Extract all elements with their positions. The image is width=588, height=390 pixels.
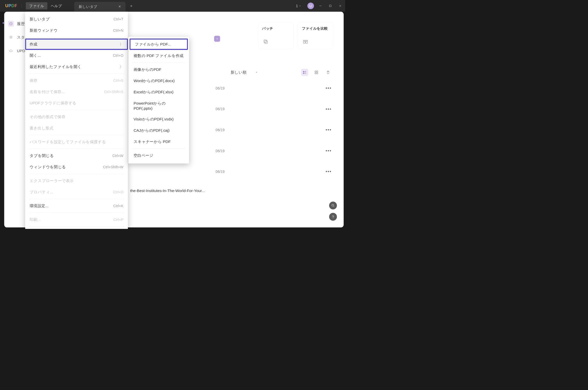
- clock-icon: [8, 21, 14, 27]
- sidebar-item-label: 履歴: [17, 21, 25, 26]
- sidebar-item-cloud[interactable]: UPD: [8, 48, 25, 54]
- submenu-blank[interactable]: 空白ページ: [128, 150, 189, 161]
- submenu-from-word[interactable]: WordからのPDF(.docx): [128, 75, 189, 86]
- cloud-icon: [8, 48, 14, 54]
- tab-new[interactable]: 新しいタブ ✕: [74, 2, 126, 12]
- sidebar-item-label: スタ: [17, 35, 25, 40]
- file-row[interactable]: 06/19 •••: [130, 165, 333, 178]
- divider: [21, 4, 22, 8]
- separator: [29, 149, 124, 149]
- separator: [29, 74, 124, 74]
- separator: [29, 199, 124, 199]
- more-icon[interactable]: •••: [326, 127, 332, 132]
- search-button[interactable]: [329, 202, 337, 209]
- menu-quit[interactable]: UPDFを終了Ctrl+Q: [25, 228, 128, 229]
- help-icon: ?: [332, 215, 334, 219]
- card-batch[interactable]: バッチ: [258, 22, 293, 49]
- action-cards: バッチ ファイルを比較: [258, 22, 333, 49]
- submenu-from-excel[interactable]: ExcelからのPDF(.xlsx): [128, 86, 189, 98]
- svg-rect-13: [303, 71, 304, 72]
- caret-down-icon: [255, 71, 257, 73]
- tab-label: 新しいタブ: [79, 4, 97, 9]
- separator: [132, 149, 185, 149]
- close-icon[interactable]: ✕: [118, 5, 121, 8]
- menu-save-as: 名前を付けて保存...Ctrl+Shift+S: [25, 86, 128, 97]
- separator: [29, 174, 124, 174]
- view-list-button[interactable]: [301, 69, 308, 76]
- submenu-from-scanner[interactable]: スキャナーから PDF: [128, 136, 189, 147]
- help-button[interactable]: ?: [329, 213, 337, 221]
- card-compare[interactable]: ファイルを比較: [298, 22, 333, 49]
- app-logo: UPDF: [5, 4, 17, 8]
- menu-create[interactable]: 作成 〉: [25, 39, 128, 50]
- svg-rect-17: [305, 73, 306, 73]
- menu-new-tab[interactable]: 新しいタブCtrl+T: [25, 14, 128, 25]
- window-count[interactable]: 1: [296, 4, 301, 8]
- file-menu-dropdown: 新しいタブCtrl+T 新規ウィンドウCtrl+N 作成 〉 開く...Ctrl…: [25, 12, 128, 229]
- maximize-button[interactable]: [327, 2, 334, 9]
- chevron-right-icon: 〉: [120, 64, 123, 70]
- sort-dropdown[interactable]: 新しい順: [231, 70, 258, 75]
- svg-rect-6: [265, 41, 268, 44]
- menu-close-window[interactable]: ウィンドウを閉じるCtrl+Shift+W: [25, 161, 128, 173]
- submenu-from-ppt[interactable]: PowerPointからのPDF(.pptx): [128, 98, 189, 114]
- more-icon[interactable]: •••: [326, 148, 332, 153]
- delete-button[interactable]: [324, 69, 332, 76]
- submenu-from-file[interactable]: ファイルから PDF...: [130, 39, 188, 50]
- svg-line-24: [333, 206, 334, 207]
- view-grid-button[interactable]: [313, 69, 320, 76]
- separator: [132, 63, 185, 63]
- close-button[interactable]: [337, 2, 344, 9]
- avatar[interactable]: U: [307, 3, 314, 9]
- svg-rect-21: [315, 73, 316, 74]
- more-icon[interactable]: •••: [326, 86, 332, 91]
- chevron-down-icon: [299, 5, 301, 7]
- minimize-button[interactable]: [317, 2, 324, 9]
- menu-close-tab[interactable]: タブを閉じるCtrl+W: [25, 150, 128, 161]
- file-date: 06/19: [204, 149, 233, 153]
- grid-view-icon: [314, 70, 318, 74]
- sidebar: 履歴 スタ UPD: [8, 21, 25, 54]
- chevron-right-icon: 〉: [120, 42, 123, 47]
- menu-properties: プロパティ...Ctrl+D: [25, 186, 128, 198]
- more-icon[interactable]: •••: [326, 107, 332, 112]
- svg-rect-19: [315, 71, 316, 72]
- sidebar-item-star[interactable]: スタ: [8, 34, 25, 40]
- expand-button[interactable]: [214, 36, 220, 42]
- title-bar: UPDF ファイル ヘルプ 新しいタブ ✕ ＋ 1 U: [0, 0, 345, 12]
- submenu-from-image[interactable]: 画像からのPDF: [128, 64, 189, 75]
- star-icon: [8, 34, 14, 40]
- menu-explorer: エクスプローラーで表示: [25, 175, 128, 186]
- separator: [29, 227, 124, 227]
- menu-save: 保存Ctrl+S: [25, 75, 128, 86]
- svg-rect-15: [305, 72, 306, 72]
- sidebar-item-label: UPD: [17, 48, 25, 53]
- menu-preferences[interactable]: 環境設定...Ctrl+K: [25, 200, 128, 211]
- more-icon[interactable]: •••: [326, 169, 332, 174]
- menu-open[interactable]: 開く...Ctrl+O: [25, 50, 128, 61]
- menu-file[interactable]: ファイル: [26, 2, 48, 9]
- trash-icon: [326, 70, 330, 74]
- separator: [29, 37, 124, 38]
- svg-rect-5: [264, 40, 267, 43]
- menu-recent[interactable]: 最近利用したファイルを開く 〉: [25, 61, 128, 72]
- menu-password: パスワードを設定してファイルを保護する: [25, 136, 128, 148]
- create-submenu: ファイルから PDF... 複数の PDF ファイルを作成 画像からのPDF W…: [128, 37, 189, 163]
- file-date: 06/19: [204, 170, 233, 174]
- list-view-icon: [303, 70, 307, 74]
- submenu-from-caj[interactable]: CAJからのPDF(.caj): [128, 125, 189, 136]
- menu-new-window[interactable]: 新規ウィンドウCtrl+N: [25, 25, 128, 36]
- separator: [29, 213, 124, 213]
- compare-icon: [302, 38, 309, 45]
- file-date: 06/19: [204, 128, 233, 132]
- card-title: ファイルを比較: [302, 26, 329, 31]
- file-date: 06/19: [204, 86, 233, 90]
- add-tab-button[interactable]: ＋: [129, 3, 133, 9]
- svg-rect-18: [305, 73, 306, 74]
- menu-help[interactable]: ヘルプ: [48, 2, 65, 9]
- submenu-from-visio[interactable]: VisioからのPDF(.vsdx): [128, 114, 189, 125]
- sidebar-item-history[interactable]: 履歴: [8, 21, 25, 27]
- search-icon: [331, 204, 335, 207]
- svg-rect-20: [317, 71, 318, 72]
- submenu-multiple[interactable]: 複数の PDF ファイルを作成: [128, 50, 189, 61]
